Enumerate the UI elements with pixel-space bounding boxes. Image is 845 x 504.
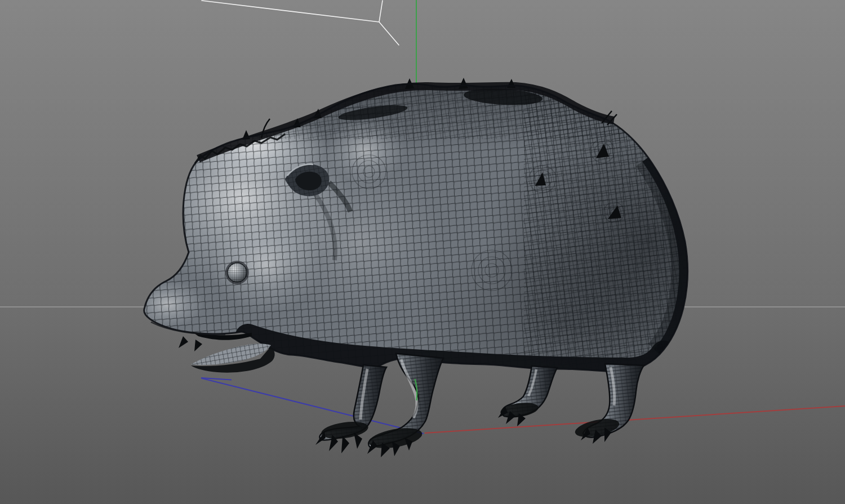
3d-viewport[interactable] (0, 0, 845, 504)
viewport-canvas[interactable] (0, 0, 845, 504)
eye (225, 261, 249, 284)
